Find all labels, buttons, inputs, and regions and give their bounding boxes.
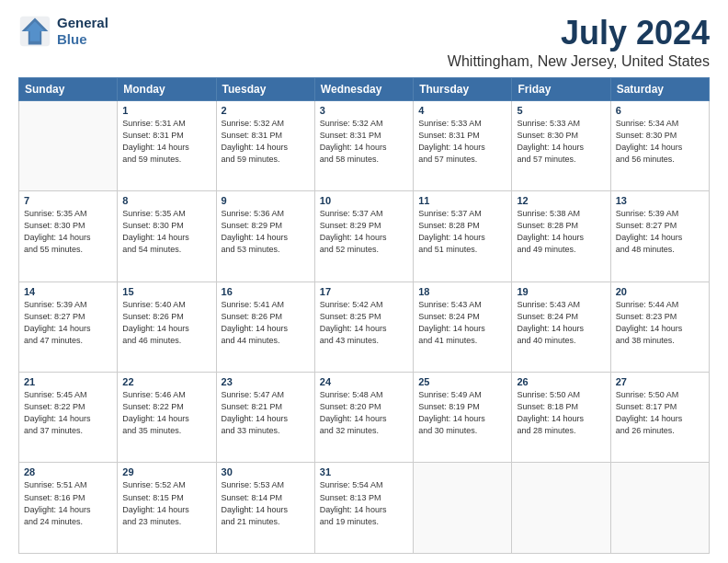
header: General Blue July 2024 Whittingham, New …: [18, 15, 710, 70]
calendar-cell: [610, 463, 709, 554]
day-info: Sunrise: 5:35 AM Sunset: 8:30 PM Dayligh…: [122, 208, 210, 256]
day-number: 25: [418, 376, 506, 387]
calendar-cell: 2Sunrise: 5:32 AM Sunset: 8:31 PM Daylig…: [216, 100, 314, 190]
calendar-cell: 23Sunrise: 5:47 AM Sunset: 8:21 PM Dayli…: [216, 373, 314, 463]
calendar-cell: 1Sunrise: 5:31 AM Sunset: 8:31 PM Daylig…: [118, 100, 216, 190]
calendar-table: SundayMondayTuesdayWednesdayThursdayFrid…: [18, 77, 710, 554]
day-info: Sunrise: 5:36 AM Sunset: 8:29 PM Dayligh…: [222, 208, 310, 256]
calendar-cell: 22Sunrise: 5:46 AM Sunset: 8:22 PM Dayli…: [118, 373, 216, 463]
day-info: Sunrise: 5:45 AM Sunset: 8:22 PM Dayligh…: [24, 389, 112, 437]
calendar-cell: 8Sunrise: 5:35 AM Sunset: 8:30 PM Daylig…: [118, 191, 216, 282]
day-info: Sunrise: 5:33 AM Sunset: 8:31 PM Dayligh…: [418, 118, 506, 166]
day-number: 1: [122, 105, 210, 116]
weekday-header-saturday: Saturday: [610, 77, 709, 100]
calendar-cell: 30Sunrise: 5:53 AM Sunset: 8:14 PM Dayli…: [216, 463, 314, 554]
day-info: Sunrise: 5:49 AM Sunset: 8:19 PM Dayligh…: [418, 389, 506, 437]
day-number: 13: [616, 195, 704, 206]
day-number: 3: [320, 105, 408, 116]
subtitle: Whittingham, New Jersey, United States: [448, 53, 710, 70]
title-section: July 2024 Whittingham, New Jersey, Unite…: [448, 15, 710, 70]
day-number: 16: [222, 286, 310, 297]
day-number: 6: [616, 105, 704, 116]
day-info: Sunrise: 5:35 AM Sunset: 8:30 PM Dayligh…: [24, 208, 112, 256]
day-number: 28: [24, 466, 112, 477]
calendar-week-row: 1Sunrise: 5:31 AM Sunset: 8:31 PM Daylig…: [19, 100, 710, 190]
day-info: Sunrise: 5:54 AM Sunset: 8:13 PM Dayligh…: [320, 479, 408, 527]
calendar-cell: 11Sunrise: 5:37 AM Sunset: 8:28 PM Dayli…: [414, 191, 512, 282]
day-number: 19: [517, 286, 605, 297]
day-number: 4: [418, 105, 506, 116]
calendar-cell: 17Sunrise: 5:42 AM Sunset: 8:25 PM Dayli…: [314, 282, 413, 372]
day-number: 30: [222, 466, 310, 477]
calendar-cell: 10Sunrise: 5:37 AM Sunset: 8:29 PM Dayli…: [314, 191, 413, 282]
main-title: July 2024: [448, 15, 710, 52]
weekday-header-wednesday: Wednesday: [314, 77, 413, 100]
logo: General Blue: [18, 15, 108, 48]
calendar-cell: [19, 100, 118, 190]
calendar-cell: 12Sunrise: 5:38 AM Sunset: 8:28 PM Dayli…: [512, 191, 610, 282]
calendar-cell: 16Sunrise: 5:41 AM Sunset: 8:26 PM Dayli…: [216, 282, 314, 372]
calendar-cell: 28Sunrise: 5:51 AM Sunset: 8:16 PM Dayli…: [19, 463, 118, 554]
calendar-cell: 18Sunrise: 5:43 AM Sunset: 8:24 PM Dayli…: [414, 282, 512, 372]
day-number: 2: [222, 105, 310, 116]
day-info: Sunrise: 5:48 AM Sunset: 8:20 PM Dayligh…: [320, 389, 408, 437]
day-info: Sunrise: 5:50 AM Sunset: 8:18 PM Dayligh…: [517, 389, 605, 437]
day-info: Sunrise: 5:46 AM Sunset: 8:22 PM Dayligh…: [122, 389, 210, 437]
day-number: 21: [24, 376, 112, 387]
calendar-cell: 13Sunrise: 5:39 AM Sunset: 8:27 PM Dayli…: [610, 191, 709, 282]
calendar-week-row: 14Sunrise: 5:39 AM Sunset: 8:27 PM Dayli…: [19, 282, 710, 372]
day-number: 10: [320, 195, 408, 206]
weekday-header-monday: Monday: [118, 77, 216, 100]
weekday-header-tuesday: Tuesday: [216, 77, 314, 100]
day-number: 20: [616, 286, 704, 297]
day-number: 23: [222, 376, 310, 387]
calendar-week-row: 28Sunrise: 5:51 AM Sunset: 8:16 PM Dayli…: [19, 463, 710, 554]
day-info: Sunrise: 5:52 AM Sunset: 8:15 PM Dayligh…: [122, 479, 210, 527]
day-info: Sunrise: 5:51 AM Sunset: 8:16 PM Dayligh…: [24, 479, 112, 527]
day-info: Sunrise: 5:32 AM Sunset: 8:31 PM Dayligh…: [320, 118, 408, 166]
calendar-cell: 27Sunrise: 5:50 AM Sunset: 8:17 PM Dayli…: [610, 373, 709, 463]
page: General Blue July 2024 Whittingham, New …: [0, 0, 728, 563]
day-info: Sunrise: 5:50 AM Sunset: 8:17 PM Dayligh…: [616, 389, 704, 437]
day-info: Sunrise: 5:42 AM Sunset: 8:25 PM Dayligh…: [320, 299, 408, 347]
calendar-cell: 31Sunrise: 5:54 AM Sunset: 8:13 PM Dayli…: [314, 463, 413, 554]
day-number: 8: [122, 195, 210, 206]
calendar-cell: 20Sunrise: 5:44 AM Sunset: 8:23 PM Dayli…: [610, 282, 709, 372]
day-info: Sunrise: 5:41 AM Sunset: 8:26 PM Dayligh…: [222, 299, 310, 347]
day-number: 29: [122, 466, 210, 477]
day-info: Sunrise: 5:34 AM Sunset: 8:30 PM Dayligh…: [616, 118, 704, 166]
day-info: Sunrise: 5:33 AM Sunset: 8:30 PM Dayligh…: [517, 118, 605, 166]
day-info: Sunrise: 5:43 AM Sunset: 8:24 PM Dayligh…: [517, 299, 605, 347]
day-number: 15: [122, 286, 210, 297]
weekday-header-thursday: Thursday: [414, 77, 512, 100]
day-number: 14: [24, 286, 112, 297]
calendar-cell: 19Sunrise: 5:43 AM Sunset: 8:24 PM Dayli…: [512, 282, 610, 372]
calendar-cell: 7Sunrise: 5:35 AM Sunset: 8:30 PM Daylig…: [19, 191, 118, 282]
day-number: 18: [418, 286, 506, 297]
day-info: Sunrise: 5:31 AM Sunset: 8:31 PM Dayligh…: [122, 118, 210, 166]
day-number: 26: [517, 376, 605, 387]
day-number: 7: [24, 195, 112, 206]
weekday-header-sunday: Sunday: [19, 77, 118, 100]
day-info: Sunrise: 5:43 AM Sunset: 8:24 PM Dayligh…: [418, 299, 506, 347]
day-info: Sunrise: 5:39 AM Sunset: 8:27 PM Dayligh…: [24, 299, 112, 347]
day-info: Sunrise: 5:37 AM Sunset: 8:29 PM Dayligh…: [320, 208, 408, 256]
day-info: Sunrise: 5:47 AM Sunset: 8:21 PM Dayligh…: [222, 389, 310, 437]
calendar-cell: [414, 463, 512, 554]
calendar-body: 1Sunrise: 5:31 AM Sunset: 8:31 PM Daylig…: [19, 100, 710, 553]
weekday-header-row: SundayMondayTuesdayWednesdayThursdayFrid…: [19, 77, 710, 100]
calendar-cell: 3Sunrise: 5:32 AM Sunset: 8:31 PM Daylig…: [314, 100, 413, 190]
day-number: 17: [320, 286, 408, 297]
weekday-header-friday: Friday: [512, 77, 610, 100]
day-number: 22: [122, 376, 210, 387]
calendar-cell: [512, 463, 610, 554]
day-info: Sunrise: 5:38 AM Sunset: 8:28 PM Dayligh…: [517, 208, 605, 256]
calendar-cell: 9Sunrise: 5:36 AM Sunset: 8:29 PM Daylig…: [216, 191, 314, 282]
day-info: Sunrise: 5:37 AM Sunset: 8:28 PM Dayligh…: [418, 208, 506, 256]
calendar-cell: 26Sunrise: 5:50 AM Sunset: 8:18 PM Dayli…: [512, 373, 610, 463]
day-number: 9: [222, 195, 310, 206]
day-number: 11: [418, 195, 506, 206]
logo-icon: [18, 15, 51, 48]
calendar-cell: 6Sunrise: 5:34 AM Sunset: 8:30 PM Daylig…: [610, 100, 709, 190]
day-number: 24: [320, 376, 408, 387]
